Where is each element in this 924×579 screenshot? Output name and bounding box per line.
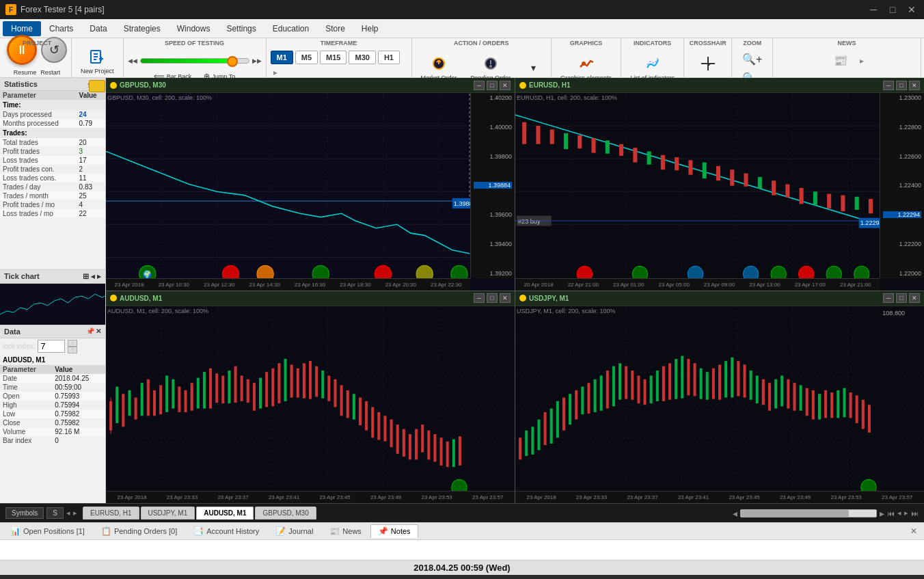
menu-home[interactable]: Home <box>3 21 41 36</box>
close-button[interactable]: ✕ <box>905 3 919 16</box>
svg-rect-141 <box>327 375 330 401</box>
svg-rect-123 <box>215 373 218 403</box>
tf-h1[interactable]: H1 <box>378 51 400 64</box>
svg-rect-180 <box>550 408 553 443</box>
audusd-maximize[interactable]: □ <box>487 293 498 303</box>
usdjpy-maximize[interactable]: □ <box>896 293 907 303</box>
nav-scrollbar[interactable] <box>740 509 877 517</box>
nav-last[interactable]: ⏭ <box>911 509 919 517</box>
nav-scroll-left[interactable]: ◂ <box>733 508 737 519</box>
nav-prev[interactable]: ◂ <box>897 509 901 517</box>
spin-up[interactable]: ▲ <box>68 340 77 347</box>
svg-rect-55 <box>522 122 526 144</box>
tab-account-history[interactable]: 📑 Account History <box>186 524 267 538</box>
data-close[interactable]: ✕ <box>96 327 101 335</box>
zoom-in-button[interactable]: 🔍+ <box>740 51 764 68</box>
tick-chart-prev[interactable]: ◂ <box>91 272 95 281</box>
tick-chart-next[interactable]: ▸ <box>97 272 101 281</box>
chart-tab-audusd[interactable]: AUDUSD, M1 <box>196 507 254 520</box>
tab-pending-orders[interactable]: 📋 Pending Orders [0] <box>94 524 185 538</box>
spin-down[interactable]: ▼ <box>68 347 77 353</box>
svg-rect-227 <box>843 388 845 417</box>
lock-index-input[interactable] <box>38 340 65 353</box>
svg-rect-220 <box>800 385 802 410</box>
data-panel-title: Data <box>4 327 21 336</box>
menu-settings[interactable]: Settings <box>218 21 264 36</box>
news-expand-button[interactable]: 📰 <box>827 52 854 69</box>
usdjpy-chart-body[interactable]: USDJPY, M1, cell: 200, scale: 100% <box>515 306 924 504</box>
data-pin[interactable]: 📌 <box>86 327 94 335</box>
bottom-panel-close[interactable]: ✕ <box>906 525 921 537</box>
data-panel-header: Data 📌 ✕ <box>0 325 105 338</box>
svg-rect-70 <box>730 170 734 186</box>
menu-strategies[interactable]: Strategies <box>116 21 169 36</box>
svg-rect-201 <box>681 355 683 398</box>
audusd-close[interactable]: ✕ <box>500 293 511 303</box>
s-button[interactable]: S <box>46 507 64 519</box>
svg-rect-131 <box>265 372 268 407</box>
svg-rect-124 <box>221 375 224 403</box>
eurusd-close[interactable]: ✕ <box>909 81 920 90</box>
menu-education[interactable]: Education <box>264 21 317 36</box>
audusd-chart-body[interactable]: AUDUSD, M1, cell: 200, scale: 100% <box>106 306 515 504</box>
stats-loss-label: Loss trades <box>0 156 77 165</box>
menu-windows[interactable]: Windows <box>169 21 219 36</box>
crosshair-button[interactable] <box>694 52 722 75</box>
gbpusd-close[interactable]: ✕ <box>500 81 511 90</box>
maximize-button[interactable]: □ <box>886 3 899 16</box>
svg-rect-69 <box>716 166 720 180</box>
speed-slider[interactable] <box>140 58 249 64</box>
stats-tmonth-value: 25 <box>77 191 105 200</box>
tf-m5[interactable]: M5 <box>295 51 318 64</box>
menu-data[interactable]: Data <box>81 21 115 36</box>
usdjpy-close[interactable]: ✕ <box>909 293 920 303</box>
tab-notes[interactable]: 📌 Notes <box>370 524 418 538</box>
svg-rect-156 <box>421 425 424 453</box>
eurusd-minimize[interactable]: ─ <box>883 81 894 90</box>
chart-tab-usdjpy[interactable]: USDJPY, M1 <box>141 507 195 520</box>
eurusd-t4: 23 Apr 05:00 <box>658 282 689 288</box>
indicators-icon <box>643 54 662 73</box>
svg-rect-133 <box>277 363 280 403</box>
menu-help[interactable]: Help <box>353 21 387 36</box>
svg-rect-177 <box>531 427 534 455</box>
tab-open-positions[interactable]: 📊 Open Positions [1] <box>3 524 92 538</box>
scroll-right[interactable]: ▸ <box>73 509 77 517</box>
audusd-t2: 23 Apr 23:33 <box>167 494 198 500</box>
eurusd-t1: 20 Apr 2018 <box>524 282 554 288</box>
audusd-minimize[interactable]: ─ <box>474 293 485 303</box>
symbols-button[interactable]: Symbols <box>5 507 44 519</box>
new-project-button[interactable]: New Project <box>76 45 119 77</box>
chart-tab-eurusd[interactable]: EURUSD, H1 <box>83 507 139 520</box>
gbpusd-maximize[interactable]: □ <box>487 81 498 90</box>
nav-scroll-right[interactable]: ▸ <box>880 508 884 519</box>
tf-m15[interactable]: M15 <box>320 51 346 64</box>
speed-section-label: SPEED OF TESTING <box>165 40 224 46</box>
chart-tab-gbpusd[interactable]: GBPUSD, M30 <box>255 507 316 520</box>
svg-rect-151 <box>390 419 393 447</box>
gbpusd-t2: 23 Apr 10:30 <box>159 282 189 288</box>
tf-m30[interactable]: M30 <box>349 51 375 64</box>
menu-charts[interactable]: Charts <box>41 21 81 36</box>
scroll-left[interactable]: ◂ <box>66 509 70 517</box>
app-icon: F <box>5 4 16 15</box>
tf-m1[interactable]: M1 <box>271 51 293 64</box>
news-scroll[interactable]: ▸ <box>857 55 867 67</box>
tick-chart-grid[interactable]: ⊞ <box>83 272 89 281</box>
audusd-title: AUDUSD, M1 <box>120 295 162 302</box>
eurusd-t8: 23 Apr 21:00 <box>840 282 871 288</box>
gbpusd-chart-body[interactable]: GBPUSD, M30, cell: 200, scale: 100% <box>106 93 515 291</box>
nav-next[interactable]: ▸ <box>904 509 908 517</box>
tab-news[interactable]: 📰 News <box>322 524 369 538</box>
tab-journal[interactable]: 📝 Journal <box>268 524 321 538</box>
tf-scroll-right[interactable]: ▸ <box>271 66 280 79</box>
gbpusd-minimize[interactable]: ─ <box>474 81 485 90</box>
usdjpy-minimize[interactable]: ─ <box>883 293 894 303</box>
menu-store[interactable]: Store <box>317 21 353 36</box>
minimize-button[interactable]: ─ <box>867 3 880 16</box>
eurusd-maximize[interactable]: □ <box>896 81 907 90</box>
stats-days-label: Days processed <box>0 110 77 119</box>
eurusd-chart-body[interactable]: EURUSD, H1, cell: 200, scale: 100% <box>515 93 924 291</box>
stats-lmonth-value: 22 <box>77 209 105 218</box>
nav-first[interactable]: ⏮ <box>887 509 895 517</box>
